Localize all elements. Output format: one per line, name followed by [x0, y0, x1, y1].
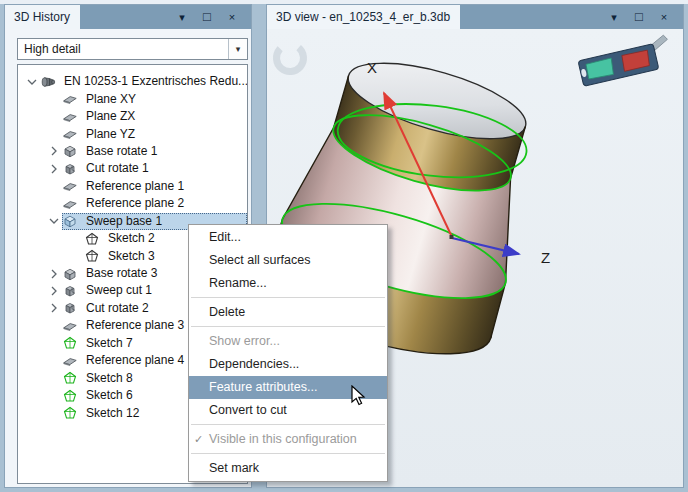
- x-axis-label: X: [367, 59, 377, 76]
- tree-item-reference-plane-1[interactable]: Reference plane 1: [18, 178, 247, 195]
- tree-item-label: Reference plane 3: [82, 318, 188, 333]
- view-panel-titlebar: 3D view - en_10253_4_er_b.3db ▾ □ ×: [267, 5, 683, 29]
- tree-item-reference-plane-2[interactable]: Reference plane 2: [18, 195, 247, 212]
- tree-item-plane-xy[interactable]: Plane XY: [18, 90, 247, 107]
- anaglyph-glasses-icon[interactable]: [577, 34, 674, 86]
- tree-item-label: Plane YZ: [82, 127, 139, 142]
- close-icon[interactable]: ×: [226, 5, 238, 29]
- menu-item-label: Feature attributes...: [209, 380, 317, 394]
- chevron-spacer: [46, 335, 62, 351]
- chevron-spacer: [68, 231, 84, 247]
- chevron-spacer: [46, 91, 62, 107]
- chevron-spacer: [46, 126, 62, 142]
- history-panel-titlebar: 3D History ▾ □ ×: [5, 5, 251, 29]
- chevron-spacer: [46, 196, 62, 212]
- tree-item-label: Cut rotate 2: [82, 301, 153, 316]
- menu-item-label: Dependencies...: [209, 357, 299, 371]
- cut-icon: [62, 283, 78, 299]
- tree-item-label: Reference plane 2: [82, 196, 188, 211]
- panel-menu-icon[interactable]: ▾: [608, 5, 620, 29]
- tree-item-body[interactable]: Cut rotate 1: [62, 160, 247, 177]
- tree-item-body[interactable]: Plane ZX: [62, 108, 247, 125]
- tree-item-label: Reference plane 1: [82, 179, 188, 194]
- maximize-icon[interactable]: □: [201, 5, 213, 29]
- chevron-spacer: [46, 353, 62, 369]
- chevron-spacer: [46, 405, 62, 421]
- menu-item-label: Visible in this configuration: [209, 432, 357, 446]
- menu-item-label: Convert to cut: [209, 403, 287, 417]
- menu-item-rename[interactable]: Rename...: [189, 272, 387, 295]
- tree-item-plane-yz[interactable]: Plane YZ: [18, 125, 247, 142]
- menu-item-show-error: Show error...: [189, 330, 387, 353]
- application-window: 3D History ▾ □ × High detail ▾ EN 10253-…: [0, 0, 688, 492]
- tree-item-label: Sketch 2: [104, 231, 159, 246]
- chevron-right-icon[interactable]: [46, 283, 62, 299]
- tree-item-label: Sketch 7: [82, 336, 137, 351]
- history-panel-title[interactable]: 3D History: [5, 5, 80, 29]
- menu-item-label: Delete: [209, 305, 245, 319]
- tree-item-body[interactable]: Reference plane 2: [62, 195, 247, 212]
- panel-menu-icon[interactable]: ▾: [176, 5, 188, 29]
- chevron-right-icon[interactable]: [46, 143, 62, 159]
- menu-item-set-mark[interactable]: Set mark: [189, 457, 387, 480]
- menu-item-delete[interactable]: Delete: [189, 301, 387, 324]
- tree-item-body[interactable]: Plane YZ: [62, 126, 247, 143]
- box-icon: [62, 266, 78, 282]
- chevron-spacer: [46, 109, 62, 125]
- menu-item-label: Select all surfaces: [209, 253, 310, 267]
- detail-level-combobox[interactable]: High detail ▾: [17, 38, 248, 60]
- box-icon: [62, 143, 78, 159]
- plane-icon: [62, 178, 78, 194]
- tree-item-label: Reference plane 4: [82, 353, 188, 368]
- menu-item-label: Set mark: [209, 461, 259, 475]
- chevron-down-icon[interactable]: [24, 74, 40, 90]
- sketch-icon: [62, 370, 78, 386]
- menu-item-label: Edit...: [209, 230, 241, 244]
- checkmark-icon: ✓: [194, 428, 203, 451]
- mouse-cursor: [351, 385, 371, 411]
- tree-item-body[interactable]: EN 10253-1 Exzentrisches Redu...: [40, 73, 248, 90]
- close-icon[interactable]: ×: [658, 5, 670, 29]
- chevron-down-icon[interactable]: [46, 213, 62, 229]
- chevron-right-icon[interactable]: [46, 161, 62, 177]
- sketch-icon: [62, 335, 78, 351]
- chevron-right-icon[interactable]: [46, 266, 62, 282]
- chevron-spacer: [46, 370, 62, 386]
- origin-marker: [450, 235, 454, 239]
- tree-item-label: Sketch 3: [104, 249, 159, 264]
- tree-item-label: Sketch 6: [82, 388, 137, 403]
- tree-item-cut-rotate-1[interactable]: Cut rotate 1: [18, 160, 247, 177]
- menu-item-edit[interactable]: Edit...: [189, 226, 387, 249]
- part-icon: [40, 74, 56, 90]
- sketch-icon: [84, 231, 100, 247]
- tree-item-label: Plane XY: [82, 92, 140, 107]
- menu-item-label: Rename...: [209, 276, 267, 290]
- plane-icon: [62, 353, 78, 369]
- tree-item-label: Sketch 12: [82, 406, 143, 421]
- detail-dropdown-button[interactable]: ▾: [228, 39, 247, 59]
- tree-item-en-10253-1-exzentrisches-redu[interactable]: EN 10253-1 Exzentrisches Redu...: [18, 73, 247, 90]
- chevron-right-icon[interactable]: [46, 300, 62, 316]
- tree-item-body[interactable]: Reference plane 1: [62, 178, 247, 195]
- menu-item-select-all-surfaces[interactable]: Select all surfaces: [189, 249, 387, 272]
- plane-icon: [62, 126, 78, 142]
- plane-icon: [62, 91, 78, 107]
- plane-icon: [62, 318, 78, 334]
- plane-icon: [62, 109, 78, 125]
- tree-item-plane-zx[interactable]: Plane ZX: [18, 108, 247, 125]
- tree-item-body[interactable]: Base rotate 1: [62, 143, 247, 160]
- chevron-spacer: [46, 318, 62, 334]
- menu-item-label: Show error...: [209, 334, 280, 348]
- menu-item-dependencies[interactable]: Dependencies...: [189, 353, 387, 376]
- chevron-spacer: [46, 388, 62, 404]
- tree-item-base-rotate-1[interactable]: Base rotate 1: [18, 143, 247, 160]
- tree-item-label: Sweep cut 1: [82, 283, 156, 298]
- maximize-icon[interactable]: □: [633, 5, 645, 29]
- cut-icon: [62, 300, 78, 316]
- plane-icon: [62, 196, 78, 212]
- tree-item-label: EN 10253-1 Exzentrisches Redu...: [60, 74, 248, 89]
- tree-item-label: Plane ZX: [82, 109, 139, 124]
- sketch-icon: [62, 405, 78, 421]
- view-panel-title[interactable]: 3D view - en_10253_4_er_b.3db: [267, 5, 460, 29]
- tree-item-body[interactable]: Plane XY: [62, 91, 247, 108]
